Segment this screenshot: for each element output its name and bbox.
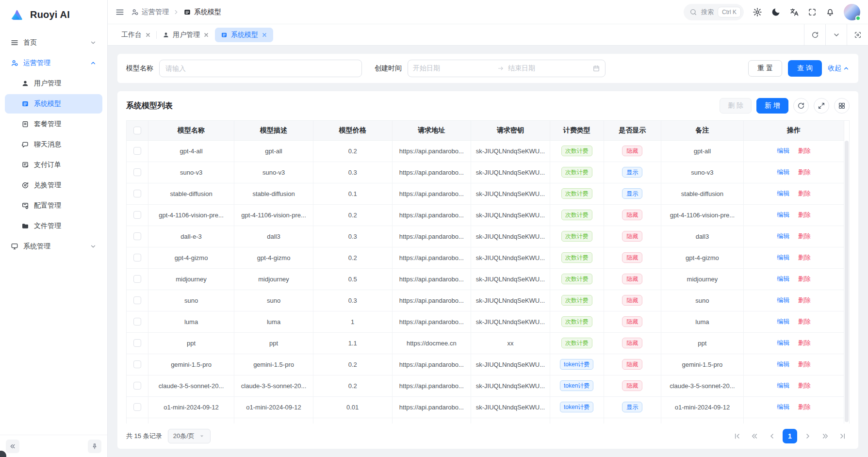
start-date-placeholder[interactable]: 开始日期	[413, 64, 493, 73]
model-name-input[interactable]	[159, 60, 362, 77]
delete-link[interactable]: 删除	[798, 403, 811, 410]
collapse-sidebar-button[interactable]	[6, 440, 19, 453]
select-all-checkbox[interactable]	[133, 127, 141, 134]
dark-mode-icon[interactable]	[771, 7, 781, 17]
visibility-badge[interactable]: 隐藏	[622, 252, 642, 263]
visibility-badge[interactable]: 隐藏	[622, 316, 642, 327]
edit-link[interactable]: 编辑	[777, 147, 789, 154]
row-checkbox[interactable]	[133, 382, 141, 390]
add-button[interactable]: 新 增	[756, 98, 788, 114]
visibility-badge[interactable]: 隐藏	[622, 380, 642, 391]
tab-bar-control[interactable]	[847, 24, 868, 45]
delete-link[interactable]: 删除	[798, 360, 811, 368]
sidebar-subitem[interactable]: 系统模型	[5, 94, 102, 114]
edit-link[interactable]: 编辑	[777, 211, 789, 218]
delete-link[interactable]: 删除	[798, 254, 811, 261]
table-tool-button[interactable]	[793, 98, 809, 114]
tab-bar-control[interactable]	[804, 24, 825, 45]
visibility-badge[interactable]: 隐藏	[622, 146, 642, 156]
hamburger-menu-icon[interactable]	[115, 8, 124, 16]
notifications-icon[interactable]	[825, 7, 835, 17]
table-tool-button[interactable]	[834, 98, 850, 114]
sidebar-item-system[interactable]: 系统管理	[5, 237, 102, 256]
close-tab-icon[interactable]	[203, 32, 209, 38]
row-checkbox[interactable]	[133, 168, 141, 176]
edit-link[interactable]: 编辑	[777, 403, 789, 410]
row-checkbox[interactable]	[133, 403, 141, 411]
table-scrollbar[interactable]	[845, 141, 849, 422]
visibility-badge[interactable]: 显示	[622, 402, 642, 412]
collapse-filter-link[interactable]: 收起	[828, 64, 850, 73]
row-checkbox[interactable]	[133, 275, 141, 283]
tab-bar-control[interactable]	[825, 24, 847, 45]
row-checkbox[interactable]	[133, 254, 141, 261]
edit-link[interactable]: 编辑	[777, 382, 789, 389]
row-checkbox[interactable]	[133, 232, 141, 240]
page-tab[interactable]: 工作台	[115, 28, 157, 42]
row-checkbox[interactable]	[133, 318, 141, 326]
row-checkbox[interactable]	[133, 211, 141, 219]
delete-link[interactable]: 删除	[798, 211, 811, 218]
brand-header[interactable]: Ruoyi AI	[0, 0, 107, 27]
fullscreen-icon[interactable]	[808, 8, 817, 16]
row-checkbox[interactable]	[133, 360, 141, 368]
delete-link[interactable]: 删除	[798, 232, 811, 240]
delete-link[interactable]: 删除	[798, 318, 811, 325]
delete-link[interactable]: 删除	[798, 275, 811, 282]
sidebar-subitem[interactable]: 用户管理	[5, 74, 102, 93]
user-avatar[interactable]	[844, 4, 860, 20]
delete-link[interactable]: 删除	[798, 147, 811, 154]
sidebar-subitem[interactable]: 套餐管理	[5, 114, 102, 134]
edit-link[interactable]: 编辑	[777, 275, 789, 282]
delete-link[interactable]: 删除	[798, 339, 811, 346]
visibility-badge[interactable]: 隐藏	[622, 274, 642, 284]
edit-link[interactable]: 编辑	[777, 318, 789, 325]
edit-link[interactable]: 编辑	[777, 190, 789, 197]
pagination-button[interactable]	[801, 429, 815, 443]
sidebar-subitem[interactable]: 配置管理	[5, 196, 102, 215]
visibility-badge[interactable]: 隐藏	[622, 295, 642, 306]
breadcrumb-operations[interactable]: 运营管理	[131, 8, 169, 16]
delete-link[interactable]: 删除	[798, 382, 811, 389]
translate-icon[interactable]	[789, 7, 799, 17]
delete-link[interactable]: 删除	[798, 190, 811, 197]
table-tool-button[interactable]	[814, 98, 829, 114]
edit-link[interactable]: 编辑	[777, 360, 789, 368]
pagination-button[interactable]	[730, 429, 744, 443]
edit-link[interactable]: 编辑	[777, 339, 789, 346]
sidebar-item-home[interactable]: 首页	[5, 33, 102, 52]
current-page-button[interactable]: 1	[783, 429, 797, 443]
page-tab[interactable]: 用户管理	[157, 28, 215, 42]
bulk-delete-button[interactable]: 删 除	[720, 98, 752, 114]
edit-link[interactable]: 编辑	[777, 168, 789, 176]
end-date-placeholder[interactable]: 结束日期	[508, 64, 589, 73]
visibility-badge[interactable]: 显示	[622, 188, 642, 199]
pagination-button[interactable]	[819, 429, 832, 443]
pagination-button[interactable]	[765, 429, 779, 443]
delete-link[interactable]: 删除	[798, 168, 811, 176]
visibility-badge[interactable]: 隐藏	[622, 210, 642, 220]
edit-link[interactable]: 编辑	[777, 254, 789, 261]
row-checkbox[interactable]	[133, 296, 141, 304]
breadcrumb-system-model[interactable]: 系统模型	[183, 8, 221, 16]
page-size-select[interactable]: 20条/页	[168, 429, 211, 443]
sidebar-item-operations[interactable]: 运营管理	[5, 53, 102, 73]
sidebar-subitem[interactable]: 兑换管理	[5, 176, 102, 195]
visibility-badge[interactable]: 隐藏	[622, 231, 642, 242]
reset-button[interactable]: 重 置	[748, 60, 782, 77]
visibility-badge[interactable]: 显示	[622, 167, 642, 178]
row-checkbox[interactable]	[133, 147, 141, 155]
sidebar-subitem[interactable]: 支付订单	[5, 155, 102, 175]
edit-link[interactable]: 编辑	[777, 232, 789, 240]
delete-link[interactable]: 删除	[798, 296, 811, 304]
sidebar-subitem[interactable]: 聊天消息	[5, 135, 102, 154]
sidebar-subitem[interactable]: 文件管理	[5, 216, 102, 236]
visibility-badge[interactable]: 隐藏	[622, 359, 642, 370]
visibility-badge[interactable]: 隐藏	[622, 338, 642, 348]
page-tab[interactable]: 系统模型	[215, 28, 273, 42]
edit-link[interactable]: 编辑	[777, 296, 789, 304]
close-tab-icon[interactable]	[262, 32, 267, 38]
row-checkbox[interactable]	[133, 339, 141, 347]
close-tab-icon[interactable]	[145, 32, 151, 38]
global-search[interactable]: 搜索 Ctrl K	[684, 4, 744, 20]
